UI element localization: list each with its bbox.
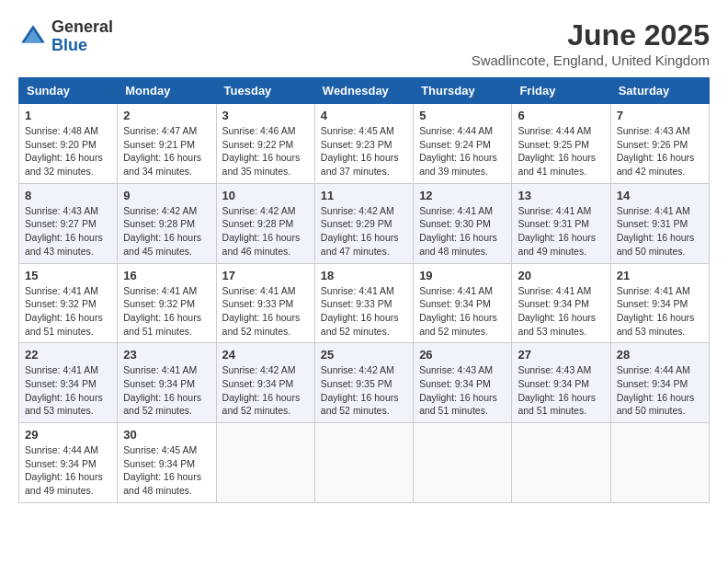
day-number: 23 — [123, 348, 210, 362]
weekday-header-wednesday: Wednesday — [314, 78, 413, 104]
day-number: 11 — [321, 189, 407, 202]
calendar-cell: 13Sunrise: 4:41 AM Sunset: 9:31 PM Dayli… — [512, 183, 610, 263]
day-info: Sunrise: 4:41 AM Sunset: 9:33 PM Dayligh… — [321, 284, 407, 339]
day-number: 30 — [123, 428, 210, 442]
calendar-cell — [314, 423, 413, 503]
calendar-cell: 21Sunrise: 4:41 AM Sunset: 9:34 PM Dayli… — [610, 263, 709, 343]
day-number: 2 — [123, 109, 210, 122]
calendar-cell: 11Sunrise: 4:42 AM Sunset: 9:29 PM Dayli… — [314, 183, 413, 263]
calendar-week-row: 8Sunrise: 4:43 AM Sunset: 9:27 PM Daylig… — [19, 183, 710, 263]
day-info: Sunrise: 4:42 AM Sunset: 9:29 PM Dayligh… — [321, 204, 407, 259]
day-number: 24 — [222, 348, 309, 362]
day-info: Sunrise: 4:41 AM Sunset: 9:34 PM Dayligh… — [25, 363, 111, 418]
calendar-cell: 6Sunrise: 4:44 AM Sunset: 9:25 PM Daylig… — [512, 104, 610, 184]
calendar-cell: 8Sunrise: 4:43 AM Sunset: 9:27 PM Daylig… — [19, 183, 118, 263]
weekday-header-monday: Monday — [118, 78, 216, 104]
day-info: Sunrise: 4:44 AM Sunset: 9:25 PM Dayligh… — [518, 124, 604, 178]
calendar-cell — [512, 423, 610, 503]
calendar-week-row: 1Sunrise: 4:48 AM Sunset: 9:20 PM Daylig… — [19, 104, 710, 184]
calendar-cell: 22Sunrise: 4:41 AM Sunset: 9:34 PM Dayli… — [19, 343, 118, 423]
day-info: Sunrise: 4:41 AM Sunset: 9:33 PM Dayligh… — [222, 284, 309, 339]
weekday-header-friday: Friday — [512, 78, 610, 104]
day-number: 4 — [321, 109, 407, 122]
day-number: 1 — [25, 109, 111, 122]
page-header: General Blue June 2025 Swadlincote, Engl… — [18, 18, 710, 68]
calendar-week-row: 22Sunrise: 4:41 AM Sunset: 9:34 PM Dayli… — [19, 343, 710, 423]
day-info: Sunrise: 4:48 AM Sunset: 9:20 PM Dayligh… — [25, 124, 111, 178]
day-info: Sunrise: 4:45 AM Sunset: 9:23 PM Dayligh… — [321, 124, 407, 178]
calendar-cell: 9Sunrise: 4:42 AM Sunset: 9:28 PM Daylig… — [118, 183, 216, 263]
day-info: Sunrise: 4:41 AM Sunset: 9:32 PM Dayligh… — [25, 284, 111, 339]
day-info: Sunrise: 4:44 AM Sunset: 9:34 PM Dayligh… — [25, 443, 111, 498]
calendar-cell: 5Sunrise: 4:44 AM Sunset: 9:24 PM Daylig… — [414, 104, 512, 184]
day-number: 10 — [222, 189, 309, 202]
day-info: Sunrise: 4:41 AM Sunset: 9:34 PM Dayligh… — [617, 284, 703, 339]
logo-blue: Blue — [51, 37, 113, 55]
day-number: 3 — [222, 109, 309, 122]
day-info: Sunrise: 4:43 AM Sunset: 9:26 PM Dayligh… — [617, 124, 703, 178]
day-info: Sunrise: 4:45 AM Sunset: 9:34 PM Dayligh… — [123, 443, 210, 498]
day-number: 22 — [25, 348, 111, 362]
day-number: 29 — [25, 428, 111, 442]
calendar-week-row: 29Sunrise: 4:44 AM Sunset: 9:34 PM Dayli… — [19, 423, 710, 503]
day-info: Sunrise: 4:41 AM Sunset: 9:32 PM Dayligh… — [123, 284, 210, 339]
day-number: 19 — [419, 269, 506, 282]
day-info: Sunrise: 4:42 AM Sunset: 9:28 PM Dayligh… — [222, 204, 309, 259]
day-number: 17 — [222, 269, 309, 282]
calendar-week-row: 15Sunrise: 4:41 AM Sunset: 9:32 PM Dayli… — [19, 263, 710, 343]
calendar-cell: 19Sunrise: 4:41 AM Sunset: 9:34 PM Dayli… — [414, 263, 512, 343]
day-number: 7 — [617, 109, 703, 122]
calendar-table: SundayMondayTuesdayWednesdayThursdayFrid… — [18, 77, 710, 503]
calendar-cell — [610, 423, 709, 503]
calendar-cell: 10Sunrise: 4:42 AM Sunset: 9:28 PM Dayli… — [216, 183, 314, 263]
calendar-cell: 26Sunrise: 4:43 AM Sunset: 9:34 PM Dayli… — [414, 343, 512, 423]
calendar-cell: 1Sunrise: 4:48 AM Sunset: 9:20 PM Daylig… — [19, 104, 118, 184]
calendar-cell: 24Sunrise: 4:42 AM Sunset: 9:34 PM Dayli… — [216, 343, 314, 423]
logo-general: General — [51, 18, 113, 37]
weekday-header-saturday: Saturday — [610, 78, 709, 104]
day-number: 16 — [123, 269, 210, 282]
day-number: 27 — [518, 348, 604, 362]
day-number: 15 — [25, 269, 111, 282]
day-number: 26 — [419, 348, 506, 362]
calendar-cell: 14Sunrise: 4:41 AM Sunset: 9:31 PM Dayli… — [610, 183, 709, 263]
calendar-cell: 15Sunrise: 4:41 AM Sunset: 9:32 PM Dayli… — [19, 263, 118, 343]
calendar-cell: 27Sunrise: 4:43 AM Sunset: 9:34 PM Dayli… — [512, 343, 610, 423]
calendar-cell: 17Sunrise: 4:41 AM Sunset: 9:33 PM Dayli… — [216, 263, 314, 343]
calendar-cell: 7Sunrise: 4:43 AM Sunset: 9:26 PM Daylig… — [610, 104, 709, 184]
day-info: Sunrise: 4:41 AM Sunset: 9:31 PM Dayligh… — [518, 204, 604, 259]
day-info: Sunrise: 4:43 AM Sunset: 9:27 PM Dayligh… — [25, 204, 111, 259]
day-info: Sunrise: 4:42 AM Sunset: 9:35 PM Dayligh… — [321, 363, 407, 418]
logo-icon — [18, 22, 48, 52]
weekday-header-sunday: Sunday — [19, 78, 118, 104]
calendar-cell: 20Sunrise: 4:41 AM Sunset: 9:34 PM Dayli… — [512, 263, 610, 343]
day-number: 13 — [518, 189, 604, 202]
day-info: Sunrise: 4:44 AM Sunset: 9:24 PM Dayligh… — [419, 124, 506, 178]
day-number: 25 — [321, 348, 407, 362]
day-number: 21 — [617, 269, 703, 282]
calendar-cell — [216, 423, 314, 503]
calendar-cell: 4Sunrise: 4:45 AM Sunset: 9:23 PM Daylig… — [314, 104, 413, 184]
day-info: Sunrise: 4:41 AM Sunset: 9:34 PM Dayligh… — [123, 363, 210, 418]
month-title: June 2025 — [472, 18, 710, 52]
day-number: 5 — [419, 109, 506, 122]
day-number: 12 — [419, 189, 506, 202]
day-number: 20 — [518, 269, 604, 282]
calendar-cell: 2Sunrise: 4:47 AM Sunset: 9:21 PM Daylig… — [118, 104, 216, 184]
day-info: Sunrise: 4:41 AM Sunset: 9:34 PM Dayligh… — [518, 284, 604, 339]
weekday-header-thursday: Thursday — [414, 78, 512, 104]
day-info: Sunrise: 4:41 AM Sunset: 9:34 PM Dayligh… — [419, 284, 506, 339]
day-info: Sunrise: 4:41 AM Sunset: 9:31 PM Dayligh… — [617, 204, 703, 259]
logo-text: General Blue — [51, 18, 113, 55]
day-number: 8 — [25, 189, 111, 202]
logo: General Blue — [18, 18, 113, 55]
calendar-header-row: SundayMondayTuesdayWednesdayThursdayFrid… — [19, 78, 710, 104]
calendar-cell: 25Sunrise: 4:42 AM Sunset: 9:35 PM Dayli… — [314, 343, 413, 423]
day-info: Sunrise: 4:41 AM Sunset: 9:30 PM Dayligh… — [419, 204, 506, 259]
calendar-cell: 23Sunrise: 4:41 AM Sunset: 9:34 PM Dayli… — [118, 343, 216, 423]
calendar-cell: 30Sunrise: 4:45 AM Sunset: 9:34 PM Dayli… — [118, 423, 216, 503]
day-number: 14 — [617, 189, 703, 202]
calendar-cell: 28Sunrise: 4:44 AM Sunset: 9:34 PM Dayli… — [610, 343, 709, 423]
calendar-cell: 18Sunrise: 4:41 AM Sunset: 9:33 PM Dayli… — [314, 263, 413, 343]
day-info: Sunrise: 4:46 AM Sunset: 9:22 PM Dayligh… — [222, 124, 309, 178]
